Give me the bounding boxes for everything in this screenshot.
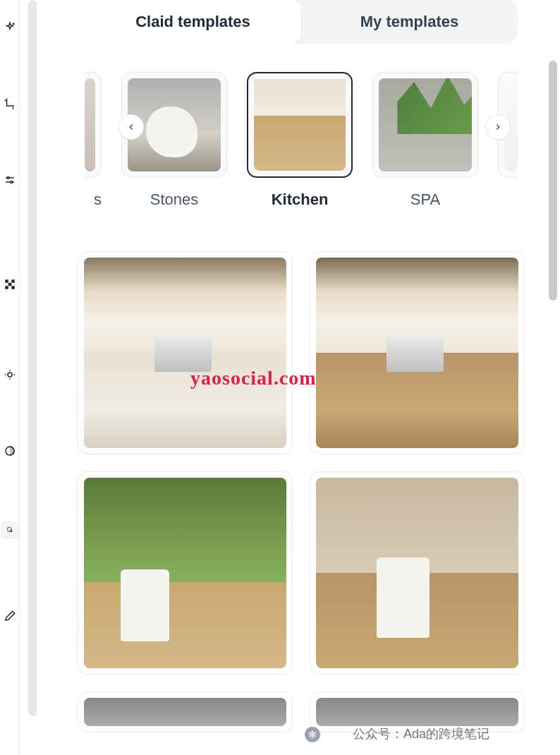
svg-point-10 — [8, 373, 12, 377]
sparkle-icon[interactable] — [4, 21, 16, 34]
svg-rect-5 — [5, 279, 8, 283]
svg-point-3 — [7, 177, 9, 179]
svg-rect-6 — [11, 279, 15, 283]
checkerboard-icon[interactable] — [4, 278, 16, 291]
svg-rect-7 — [8, 283, 11, 286]
add-icon[interactable] — [1, 521, 19, 539]
brightness-icon[interactable] — [4, 368, 16, 381]
tab-claid-templates[interactable]: Claid templates — [85, 0, 301, 44]
svg-point-4 — [10, 181, 12, 183]
crop-icon[interactable] — [4, 97, 16, 110]
category-item-stones[interactable]: Stones — [121, 72, 227, 209]
template-grid — [56, 251, 546, 732]
template-image — [316, 478, 518, 668]
template-image — [84, 478, 286, 668]
template-card[interactable] — [78, 251, 293, 454]
template-image — [84, 698, 286, 726]
svg-rect-8 — [5, 286, 8, 289]
category-label: Kitchen — [272, 191, 329, 209]
template-card[interactable] — [78, 691, 293, 732]
svg-point-0 — [13, 23, 14, 25]
tab-my-templates[interactable]: My templates — [301, 0, 518, 44]
chevron-left-icon — [126, 122, 136, 132]
sidebar — [0, 0, 20, 755]
category-item-partial-prev[interactable] — [85, 72, 102, 178]
footer-attribution: 公众号：Ada的跨境笔记 — [353, 725, 489, 742]
lens-icon[interactable] — [4, 445, 16, 457]
chevron-right-icon — [493, 122, 503, 132]
category-item-kitchen[interactable]: Kitchen — [247, 72, 353, 209]
template-tabs: Claid templates My templates — [85, 0, 518, 44]
category-label: SPA — [410, 191, 440, 209]
spa-thumbnail — [379, 78, 472, 171]
template-card[interactable] — [310, 471, 525, 675]
wechat-icon: ✻ — [305, 727, 320, 742]
category-carousel: s Stones Kitchen SPA — [56, 72, 546, 209]
template-image — [316, 258, 518, 448]
carousel-next-button[interactable] — [485, 114, 511, 140]
template-card[interactable] — [78, 471, 293, 675]
scrollbar-thumb[interactable] — [549, 61, 557, 301]
carousel-prev-button[interactable] — [118, 114, 144, 140]
scroll-track[interactable] — [28, 0, 37, 716]
template-image — [84, 258, 286, 448]
kitchen-thumbnail — [254, 79, 346, 171]
svg-rect-12 — [7, 528, 11, 531]
category-item-spa[interactable]: SPA — [372, 72, 478, 209]
category-label-partial: s — [85, 191, 102, 209]
template-image — [316, 698, 518, 726]
category-label: Stones — [150, 191, 199, 209]
sliders-icon[interactable] — [4, 174, 16, 186]
watermark-text: yaosocial.com — [190, 367, 317, 389]
template-card[interactable] — [310, 251, 525, 454]
svg-rect-9 — [11, 286, 15, 289]
edit-icon[interactable] — [4, 610, 16, 622]
